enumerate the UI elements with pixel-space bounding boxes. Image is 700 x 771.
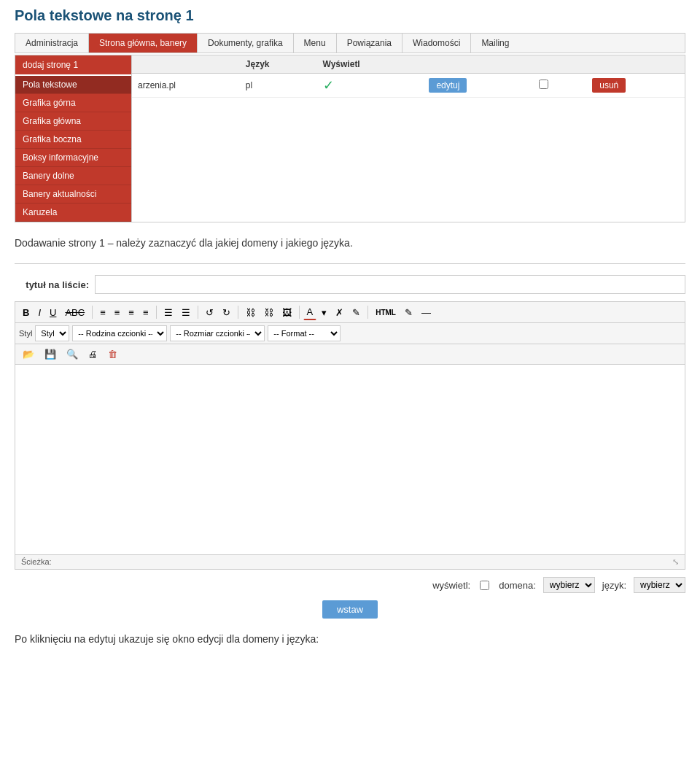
col-domain bbox=[132, 55, 240, 74]
unlink-button[interactable]: ⛓ bbox=[260, 305, 277, 320]
toolbar-separator-6 bbox=[368, 306, 368, 319]
html-button[interactable]: HTML bbox=[372, 306, 400, 319]
justify-button[interactable]: ≡ bbox=[139, 305, 152, 320]
sidebar-item-karuzela[interactable]: Karuzela bbox=[15, 204, 131, 222]
divider bbox=[15, 263, 685, 264]
align-center-button[interactable]: ≡ bbox=[111, 305, 124, 320]
sidebar-item-boksy[interactable]: Boksy informacyjne bbox=[15, 149, 131, 167]
font-color-button[interactable]: A bbox=[303, 304, 317, 320]
delete-button[interactable]: usuń bbox=[592, 78, 626, 93]
undo-button[interactable]: ↺ bbox=[202, 305, 217, 320]
submit-row: wstaw bbox=[15, 600, 685, 619]
align-right-button[interactable]: ≡ bbox=[125, 305, 138, 320]
editor-toolbar-1: B I U ABC ≡ ≡ ≡ ≡ ☰ ☰ ↺ ↻ ⛓ ⛓ 🖼 A ▾ ✗ ✎ … bbox=[15, 302, 685, 323]
sidebar: dodaj stronę 1 Pola tekstowe Grafika gór… bbox=[15, 55, 132, 222]
open-file-button[interactable]: 📂 bbox=[19, 346, 38, 362]
sidebar-item-banery-dolne[interactable]: Banery dolne bbox=[15, 167, 131, 185]
list-unordered-button[interactable]: ☰ bbox=[160, 305, 176, 320]
sidebar-item-grafika-boczna[interactable]: Grafika boczna bbox=[15, 131, 131, 149]
cell-lang: pl bbox=[240, 74, 317, 98]
nav-item-wiadomosci[interactable]: Wiadomości bbox=[402, 34, 471, 53]
strikethrough-button[interactable]: ABC bbox=[61, 305, 88, 320]
style-select[interactable]: Styl bbox=[35, 325, 69, 341]
editor-toolbar-3: 📂 💾 🔍 🖨 🗑 bbox=[15, 344, 685, 365]
display-checkbox[interactable] bbox=[480, 581, 489, 590]
title-label: tytuł na liście: bbox=[15, 279, 95, 290]
nav-item-dokumenty[interactable]: Dokumenty, grafika bbox=[198, 34, 294, 53]
editor-toolbar-2: Styl Styl -- Rodzina czcionki -- -- Rozm… bbox=[15, 323, 685, 344]
italic-button[interactable]: I bbox=[34, 305, 44, 320]
cell-checkbox bbox=[531, 74, 586, 98]
content-area: Język Wyświetl arzenia.pl pl ✓ edytuj us… bbox=[132, 55, 685, 222]
font-family-select[interactable]: -- Rodzina czcionki -- bbox=[72, 325, 167, 341]
table-row: arzenia.pl pl ✓ edytuj usuń bbox=[132, 74, 685, 98]
visible-checkmark: ✓ bbox=[323, 78, 334, 93]
line-button[interactable]: — bbox=[418, 305, 435, 320]
toolbar-separator-2 bbox=[156, 306, 157, 319]
bold-button[interactable]: B bbox=[19, 305, 33, 320]
nav-item-powiazania[interactable]: Powiązania bbox=[337, 34, 402, 53]
eraser-button[interactable]: ✗ bbox=[332, 305, 347, 320]
main-area: dodaj stronę 1 Pola tekstowe Grafika gór… bbox=[15, 55, 685, 222]
display-label: wyświetl: bbox=[432, 580, 470, 591]
row-checkbox[interactable] bbox=[539, 80, 548, 89]
content-table: Język Wyświetl arzenia.pl pl ✓ edytuj us… bbox=[132, 55, 685, 98]
bottom-controls: wyświetl: domena: wybierz język: wybierz bbox=[15, 577, 685, 593]
form-section: tytuł na liście: B I U ABC ≡ ≡ ≡ ≡ ☰ ☰ ↺… bbox=[15, 275, 685, 619]
cell-domain: arzenia.pl bbox=[132, 74, 240, 98]
submit-button[interactable]: wstaw bbox=[322, 600, 378, 619]
list-ordered-button[interactable]: ☰ bbox=[178, 305, 194, 320]
nav-item-administracja[interactable]: Administracja bbox=[15, 34, 89, 53]
format-select[interactable]: -- Format -- bbox=[268, 325, 341, 341]
col-visible: Wyświetl bbox=[317, 55, 424, 74]
title-input[interactable] bbox=[95, 275, 685, 294]
align-left-button[interactable]: ≡ bbox=[96, 305, 109, 320]
page-title: Pola tekstowe na stronę 1 bbox=[15, 7, 685, 24]
description-text: Dodawanie strony 1 – należy zaznaczyć dl… bbox=[15, 237, 685, 249]
domain-select[interactable]: wybierz bbox=[543, 577, 595, 593]
path-label: Ścieżka: bbox=[21, 557, 52, 567]
col-actions2 bbox=[531, 55, 586, 74]
top-navigation: Administracja Strona główna, banery Doku… bbox=[15, 33, 685, 53]
nav-item-menu[interactable]: Menu bbox=[294, 34, 337, 53]
lang-select[interactable]: wybierz bbox=[634, 577, 685, 593]
sidebar-item-grafika-gorna[interactable]: Grafika górna bbox=[15, 94, 131, 112]
title-row: tytuł na liście: bbox=[15, 275, 685, 294]
delete-content-button[interactable]: 🗑 bbox=[104, 346, 121, 362]
underline-button[interactable]: U bbox=[46, 305, 60, 320]
edit-button-tb[interactable]: ✎ bbox=[349, 305, 364, 320]
col-actions3 bbox=[586, 55, 685, 74]
font-size-select[interactable]: -- Rozmiar czcionki -- bbox=[170, 325, 265, 341]
resize-handle[interactable]: ⤡ bbox=[672, 557, 679, 567]
find-button[interactable]: 🔍 bbox=[63, 346, 82, 362]
domain-label: domena: bbox=[499, 580, 536, 591]
nav-item-mailing[interactable]: Mailing bbox=[471, 34, 519, 53]
editor-body[interactable] bbox=[15, 365, 685, 554]
save-button[interactable]: 💾 bbox=[41, 346, 60, 362]
toolbar-separator-5 bbox=[299, 306, 300, 319]
col-lang: Język bbox=[240, 55, 317, 74]
highlight-button[interactable]: ▾ bbox=[318, 305, 330, 320]
sidebar-item-grafika-glowna[interactable]: Grafika główna bbox=[15, 112, 131, 131]
toolbar-separator-1 bbox=[92, 306, 93, 319]
editor-container: B I U ABC ≡ ≡ ≡ ≡ ☰ ☰ ↺ ↻ ⛓ ⛓ 🖼 A ▾ ✗ ✎ … bbox=[15, 301, 685, 570]
col-actions1 bbox=[423, 55, 531, 74]
cell-visible: ✓ bbox=[317, 74, 424, 98]
editor-path-bar: Ścieżka: ⤡ bbox=[15, 554, 685, 569]
redo-button[interactable]: ↻ bbox=[219, 305, 234, 320]
add-page-button[interactable]: dodaj stronę 1 bbox=[15, 55, 131, 74]
cell-delete: usuń bbox=[586, 74, 685, 98]
print-button[interactable]: 🖨 bbox=[85, 346, 101, 362]
edit-button[interactable]: edytuj bbox=[429, 78, 467, 93]
style-label: Styl bbox=[19, 329, 32, 338]
lang-label: język: bbox=[602, 580, 626, 591]
pencil-button[interactable]: ✎ bbox=[401, 305, 416, 320]
sidebar-item-pola-tekstowe[interactable]: Pola tekstowe bbox=[15, 76, 131, 94]
toolbar-separator-4 bbox=[238, 306, 238, 319]
link-button[interactable]: ⛓ bbox=[242, 305, 259, 320]
footer-text: Po kliknięciu na edytuj ukazuje się okno… bbox=[15, 633, 685, 645]
sidebar-item-banery-aktualnosci[interactable]: Banery aktualności bbox=[15, 185, 131, 204]
image-button[interactable]: 🖼 bbox=[279, 305, 295, 320]
nav-item-strona-glowna[interactable]: Strona główna, banery bbox=[89, 34, 198, 53]
cell-edit: edytuj bbox=[423, 74, 531, 98]
